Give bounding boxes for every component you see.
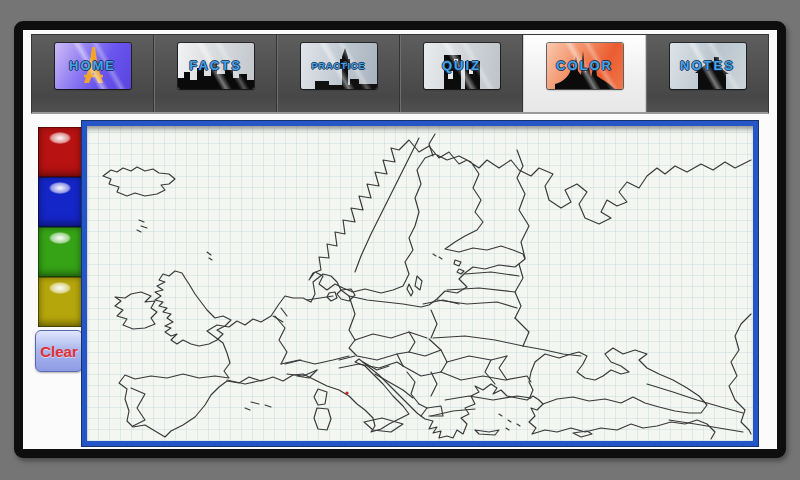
tab-facts[interactable]: FACTS bbox=[154, 35, 277, 112]
tab-label: NOTES bbox=[670, 43, 746, 89]
practice-tab-thumbnail: PRACTICE bbox=[301, 43, 377, 89]
swatch-green[interactable] bbox=[38, 227, 82, 277]
notes-tab-thumbnail: NOTES bbox=[670, 43, 746, 89]
quiz-tab-thumbnail: QUIZ bbox=[424, 43, 500, 89]
tab-label: FACTS bbox=[178, 43, 254, 89]
rome-marker-dot bbox=[345, 391, 348, 394]
tab-quiz[interactable]: QUIZ bbox=[400, 35, 523, 112]
facts-tab-thumbnail: FACTS bbox=[178, 43, 254, 89]
tab-color[interactable]: COLOR bbox=[523, 35, 646, 112]
tab-bar: HOME FACTS bbox=[31, 34, 769, 114]
color-page: Clear bbox=[23, 116, 777, 449]
app-content: HOME FACTS bbox=[23, 30, 777, 449]
tab-label: COLOR bbox=[547, 43, 623, 89]
tab-practice[interactable]: PRACTICE bbox=[277, 35, 400, 112]
swatch-blue[interactable] bbox=[38, 177, 82, 227]
home-tab-thumbnail: HOME bbox=[55, 43, 131, 89]
color-tab-thumbnail: COLOR bbox=[547, 43, 623, 89]
europe-outline-map bbox=[87, 126, 753, 441]
app-window: HOME FACTS bbox=[14, 21, 786, 458]
clear-button[interactable]: Clear bbox=[35, 330, 83, 372]
tab-home[interactable]: HOME bbox=[32, 35, 154, 112]
swatch-red[interactable] bbox=[38, 127, 82, 177]
screen: { "tabs": { "items": [ {"id": "home", "l… bbox=[0, 0, 800, 480]
swatch-yellow[interactable] bbox=[38, 277, 82, 327]
europe-map-canvas[interactable] bbox=[87, 126, 753, 441]
tab-notes[interactable]: NOTES bbox=[646, 35, 768, 112]
color-palette: Clear bbox=[38, 127, 82, 372]
map-panel bbox=[82, 121, 758, 446]
tab-label: HOME bbox=[55, 43, 131, 89]
tab-label: PRACTICE bbox=[301, 43, 377, 89]
tab-label: QUIZ bbox=[424, 43, 500, 89]
